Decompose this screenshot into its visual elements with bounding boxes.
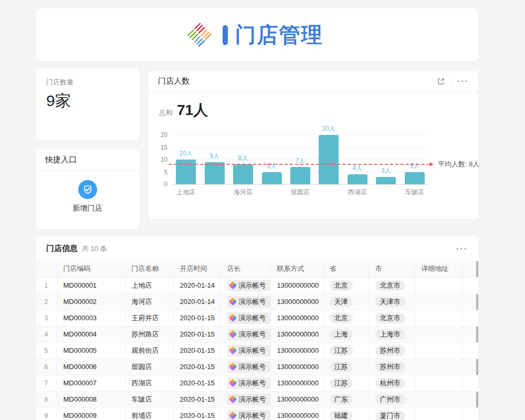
- app-logo-icon: [187, 22, 212, 47]
- cell-open-date: 2020-01-15: [173, 310, 220, 326]
- expand-icon[interactable]: [437, 77, 445, 86]
- manager-pill[interactable]: 演示帐号: [227, 296, 270, 308]
- city-tag: 上海市: [375, 329, 405, 340]
- cell-manager: 演示帐号: [220, 293, 270, 310]
- manager-name: 演示帐号: [239, 346, 266, 355]
- cell-row-number: 3: [36, 310, 57, 326]
- column-header: 门店名称: [125, 261, 173, 277]
- city-tag: 广州市: [375, 394, 405, 405]
- store-count-value: 9家: [46, 90, 129, 112]
- cell-open-date: 2020-01-15: [173, 359, 220, 375]
- cell-row-number: 4: [36, 326, 57, 342]
- add-store-button[interactable]: 新增门店: [36, 171, 139, 213]
- chart-bar[interactable]: [405, 172, 425, 185]
- cell-city: 上海市: [369, 326, 415, 342]
- cell-store-name: 苏州路店: [125, 326, 173, 342]
- headcount-chart-card: 门店人数 ··· 总和 71人 平均人数: 8人 0510152010人上地店9…: [149, 71, 478, 219]
- app-header: 门店管理: [36, 8, 478, 61]
- cell-province: 江苏: [323, 359, 369, 375]
- store-info-card: 门店信息 共 10 条 ··· 门店编码门店名称开店时间店长联系方式省市详细地址…: [36, 236, 478, 420]
- manager-pill[interactable]: 演示帐号: [227, 345, 270, 356]
- cell-store-name: 西湖店: [125, 375, 173, 391]
- table-row[interactable]: 4MD000004苏州路店2020-01-15演示帐号13000000000上海…: [36, 326, 478, 342]
- column-header: 联系方式: [270, 261, 323, 277]
- cell-manager: 演示帐号: [220, 407, 270, 420]
- table-row[interactable]: 3MD000003王府井店2020-01-15演示帐号13000000000北京…: [36, 310, 478, 326]
- cell-empty: [462, 293, 478, 310]
- column-header: 详细地址: [415, 261, 462, 277]
- y-axis-tick: 5: [153, 169, 167, 176]
- manager-name: 演示帐号: [239, 313, 266, 323]
- cell-manager: 演示帐号: [220, 391, 270, 407]
- city-tag: 杭州市: [375, 378, 405, 388]
- manager-name: 演示帐号: [239, 362, 266, 372]
- table-row[interactable]: 1MD000001上地店2020-01-14演示帐号13000000000北京北…: [36, 277, 478, 293]
- cell-city: 北京市: [369, 310, 415, 326]
- manager-name: 演示帐号: [239, 379, 266, 388]
- table-row[interactable]: 6MD000006留园店2020-01-15演示帐号13000000000江苏苏…: [36, 359, 478, 375]
- cell-phone: 13000000000: [270, 326, 323, 342]
- column-header: 开店时间: [173, 261, 220, 277]
- cell-city: 苏州市: [369, 359, 415, 375]
- chart-more-menu-icon[interactable]: ···: [457, 79, 469, 84]
- table-row[interactable]: 8MD000008车陂店2020-01-15演示帐号13000000000广东广…: [36, 391, 478, 407]
- city-tag: 北京市: [375, 313, 405, 323]
- chart-bar[interactable]: [348, 174, 368, 184]
- city-tag: 苏州市: [375, 362, 405, 372]
- cell-phone: 13000000000: [270, 407, 323, 420]
- cell-row-number: 8: [36, 391, 57, 407]
- cell-row-number: 7: [36, 375, 57, 391]
- chart-title: 门店人数: [158, 76, 190, 86]
- account-avatar-icon: [228, 298, 237, 306]
- manager-pill[interactable]: 演示帐号: [227, 377, 270, 389]
- cell-city: 厦门市: [369, 407, 415, 420]
- cell-province: 江苏: [323, 342, 369, 359]
- manager-pill[interactable]: 演示帐号: [227, 394, 270, 405]
- cell-manager: 演示帐号: [220, 375, 270, 391]
- cell-province: 福建: [323, 407, 369, 420]
- cell-city: 天津市: [369, 293, 415, 310]
- table-row[interactable]: 7MD000007西湖店2020-01-15演示帐号13000000000江苏杭…: [36, 375, 478, 391]
- manager-pill[interactable]: 演示帐号: [227, 361, 270, 373]
- chart-bar[interactable]: [262, 172, 282, 185]
- table-record-count: 共 10 条: [82, 244, 107, 254]
- cell-row-number: 1: [36, 277, 57, 293]
- manager-name: 演示帐号: [239, 411, 266, 420]
- account-avatar-icon: [228, 379, 237, 387]
- manager-name: 演示帐号: [239, 297, 266, 307]
- cell-open-date: 2020-01-14: [173, 293, 220, 310]
- cell-province: 天津: [323, 293, 369, 310]
- y-axis-tick: 15: [153, 144, 167, 151]
- cell-store-name: 车陂店: [125, 391, 173, 407]
- cell-manager: 演示帐号: [220, 342, 270, 359]
- divider: [451, 78, 452, 85]
- cell-province: 江苏: [323, 375, 369, 391]
- manager-pill[interactable]: 演示帐号: [227, 410, 270, 420]
- y-axis-tick: 20: [153, 131, 167, 139]
- table-row[interactable]: 2MD000002海河店2020-01-14演示帐号13000000000天津天…: [36, 293, 478, 310]
- cell-phone: 13000000000: [270, 375, 323, 391]
- manager-pill[interactable]: 演示帐号: [227, 280, 270, 291]
- arrow-right-icon: [430, 162, 434, 166]
- cell-address: [415, 375, 462, 391]
- chart-bar[interactable]: [376, 177, 396, 184]
- cell-empty: [462, 277, 478, 293]
- chart-bar[interactable]: [290, 167, 310, 184]
- bar-value-label: 20人: [313, 124, 344, 133]
- cell-city: 北京市: [369, 277, 415, 293]
- table-more-menu-icon[interactable]: ···: [456, 246, 468, 251]
- manager-pill[interactable]: 演示帐号: [227, 312, 270, 324]
- chart-summary-value: 71人: [177, 100, 208, 120]
- cell-city: 苏州市: [369, 342, 415, 359]
- cell-phone: 13000000000: [270, 391, 323, 407]
- manager-pill[interactable]: 演示帐号: [227, 329, 270, 340]
- table-row[interactable]: 9MD000009前埔店2020-01-15演示帐号13000000000福建厦…: [36, 407, 478, 420]
- province-tag: 福建: [330, 411, 353, 420]
- cell-empty: [462, 310, 478, 326]
- cell-province: 北京: [323, 310, 369, 326]
- cell-phone: 13000000000: [270, 277, 323, 293]
- table-title: 门店信息: [46, 244, 78, 254]
- table-row[interactable]: 5MD000005观前街店2020-01-15演示帐号13000000000江苏…: [36, 342, 478, 359]
- city-tag: 厦门市: [375, 411, 405, 420]
- add-store-label: 新增门店: [73, 204, 102, 213]
